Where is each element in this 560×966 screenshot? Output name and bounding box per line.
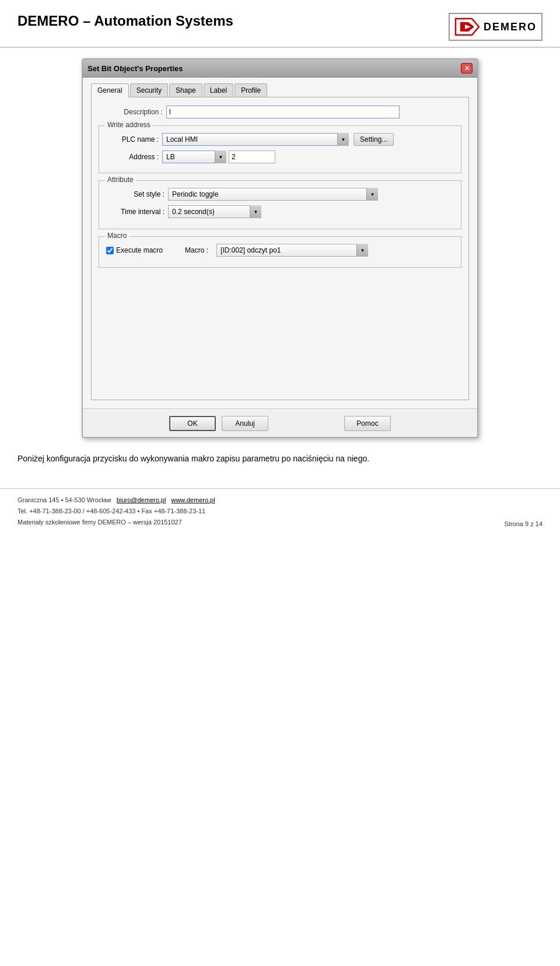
tabs-row: General Security Shape Label Profile: [91, 83, 469, 97]
tab-label[interactable]: Label: [204, 83, 233, 97]
execute-macro-label[interactable]: Execute macro: [106, 246, 163, 254]
set-style-label: Set style :: [106, 190, 164, 198]
time-interval-label: Time interval :: [106, 208, 164, 216]
demero-logo-icon: [454, 16, 480, 37]
set-style-wrapper: Periodic toggle ▼: [168, 188, 378, 201]
ok-button[interactable]: OK: [169, 416, 216, 431]
logo-container: DEMERO: [449, 13, 542, 41]
tab-shape[interactable]: Shape: [169, 83, 202, 97]
macro-fieldset: Macro Execute macro Macro : [ID:002] odc…: [99, 236, 461, 268]
attribute-legend: Attribute: [105, 176, 136, 184]
plc-name-select-wrapper: Local HMI ▼: [162, 133, 349, 146]
address-row: Address : LB ▼: [106, 150, 454, 163]
body-description: Poniżej konfiguracja przycisku do wykony…: [18, 452, 542, 465]
help-button[interactable]: Pomoc: [344, 416, 391, 431]
time-interval-select[interactable]: 0.2 second(s): [168, 205, 261, 218]
tab-security[interactable]: Security: [130, 83, 168, 97]
page-content: Set Bit Object's Properties ✕ General Se…: [0, 58, 560, 465]
macro-select[interactable]: [ID:002] odczyt po1: [216, 244, 368, 257]
address-type-select[interactable]: LB: [162, 150, 226, 163]
macro-colon-label: Macro :: [185, 246, 208, 254]
set-style-row: Set style : Periodic toggle ▼: [106, 188, 454, 201]
dialog-body: General Security Shape Label Profile: [83, 78, 477, 408]
time-interval-row: Time interval : 0.2 second(s) ▼: [106, 205, 454, 218]
footer-tel-line: Tel. +48-71-388-23-00 / +48-605-242-433 …: [18, 506, 215, 517]
address-number-input[interactable]: [229, 150, 275, 163]
setting-button[interactable]: Setting...: [354, 133, 394, 146]
dialog-title: Set Bit Object's Properties: [88, 64, 183, 73]
footer-website-link[interactable]: www.demero.pl: [171, 496, 215, 503]
page-footer: Graniczna 145 • 54-530 Wrocław biuro@dem…: [0, 488, 560, 532]
footer-left: Graniczna 145 • 54-530 Wrocław biuro@dem…: [18, 495, 215, 527]
address-type-wrapper: LB ▼: [162, 150, 226, 163]
description-label: Description :: [99, 108, 163, 116]
time-interval-wrapper: 0.2 second(s) ▼: [168, 205, 261, 218]
plc-name-label: PLC name :: [106, 135, 159, 144]
macro-row: Execute macro Macro : [ID:002] odczyt po…: [106, 244, 454, 257]
macro-legend: Macro: [105, 232, 129, 240]
footer-page-info: Strona 9 z 14: [505, 520, 542, 527]
execute-macro-checkbox[interactable]: [106, 247, 114, 254]
dialog-window: Set Bit Object's Properties ✕ General Se…: [82, 58, 478, 438]
execute-macro-text: Execute macro: [116, 246, 163, 254]
dialog-close-button[interactable]: ✕: [461, 63, 473, 74]
footer-materials-line: Materiały szkoleniowe firmy DEMERO – wer…: [18, 517, 215, 528]
plc-name-row: PLC name : Local HMI ▼ Setting...: [106, 133, 454, 146]
macro-select-wrapper: [ID:002] odczyt po1 ▼: [216, 244, 368, 257]
dialog-footer: OK Anuluj Pomoc: [83, 408, 477, 437]
dialog-spacer: [99, 275, 461, 391]
tab-profile[interactable]: Profile: [235, 83, 267, 97]
footer-email-link[interactable]: biuro@demero.pl: [117, 496, 166, 503]
attribute-fieldset: Attribute Set style : Periodic toggle ▼: [99, 180, 461, 229]
write-address-legend: Write address: [105, 121, 153, 129]
description-row: Description :: [99, 106, 461, 118]
logo-box: DEMERO: [449, 13, 542, 41]
set-style-select[interactable]: Periodic toggle: [168, 188, 378, 201]
address-label: Address :: [106, 153, 159, 161]
write-address-fieldset: Write address PLC name : Local HMI ▼: [99, 125, 461, 173]
description-input[interactable]: [166, 106, 400, 118]
page-header: DEMERO – Automation Systems DEMERO: [0, 0, 560, 48]
cancel-button[interactable]: Anuluj: [222, 416, 268, 431]
footer-address-line: Graniczna 145 • 54-530 Wrocław biuro@dem…: [18, 495, 215, 506]
logo-text: DEMERO: [484, 21, 537, 33]
page-title: DEMERO – Automation Systems: [18, 13, 233, 29]
tab-general[interactable]: General: [91, 83, 129, 97]
tab-content-general: Description : Write address PLC name : L…: [91, 97, 469, 400]
plc-name-select[interactable]: Local HMI: [162, 133, 349, 146]
dialog-titlebar: Set Bit Object's Properties ✕: [83, 60, 477, 78]
